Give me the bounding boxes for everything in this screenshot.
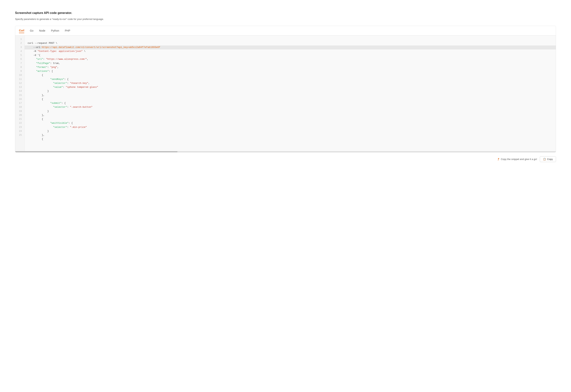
code-line-21: "waitVisible": { [28,121,553,125]
arrow-icon: ↗ [496,157,500,162]
code-line-23: } [28,129,553,133]
code-line-17: "selector": ".search-button" [28,105,553,109]
tab-node[interactable]: Node [39,28,45,33]
code-line-20: { [28,117,553,121]
tab-go[interactable]: Go [30,28,33,33]
code-line-6: "fullPage": true, [28,61,553,65]
tab-php[interactable]: PHP [65,28,70,33]
code-line-9: { [28,73,553,77]
code-line-16: "submit": { [28,101,553,105]
page-subtitle: Specify parameters to generate a "ready-… [15,18,556,20]
code-line-14: }, [28,93,553,98]
code-content: curl --request POST \ --url https://api.… [25,36,556,151]
code-line-12: "value": "iphone tempered glass" [28,85,553,89]
code-line-4: -d '{ [28,53,553,57]
horizontal-scrollbar[interactable] [15,151,556,152]
code-display-area: 1 2 3 4 5 6 7 8 9 10 11 12 13 14 15 16 1… [15,36,556,151]
tab-curl[interactable]: Curl [19,28,24,33]
scrollbar-thumb[interactable] [15,151,177,152]
line-numbers: 1 2 3 4 5 6 7 8 9 10 11 12 13 14 15 16 1… [15,36,25,151]
page-title: Screenshot capture API code generator. [15,11,556,15]
code-line-19: }, [28,113,553,117]
code-line-18: } [28,110,553,113]
code-line-5: "url": "https://www.aliexpress.com/", [28,57,553,61]
copy-button[interactable]: 📋 Copy [540,156,556,162]
language-tabs: Curl Go Node Python PHP [15,26,556,36]
code-line-11: "selector": "#search-key", [28,81,553,85]
clipboard-icon: 📋 [543,158,546,161]
code-line-7: "format": "png", [28,65,553,69]
copy-hint-text: Copy the snippet and give it a go! [501,158,537,161]
code-line-8: "actions": [ [28,69,553,73]
code-line-15: { [28,98,553,101]
code-line-10: "sendKeys": { [28,77,553,81]
bottom-action-bar: ↗ Copy the snippet and give it a go! 📋 C… [15,153,556,164]
code-line-22: "selector": ".min-price" [28,126,553,129]
code-generator-panel: Curl Go Node Python PHP 1 2 3 4 5 6 7 8 … [15,26,556,153]
code-line-13: } [28,89,553,93]
copy-hint: ↗ Copy the snippet and give it a go! [497,157,537,161]
code-line-3: -H "Content-Type: application/json" \ [28,49,553,53]
code-line-25: { [28,137,553,141]
code-line-1: curl --request POST \ [28,41,553,45]
code-line-2: --url https://api.dataflowkit.com/v1/con… [25,45,556,49]
copy-button-label: Copy [547,158,553,161]
tab-python[interactable]: Python [51,28,59,33]
code-line-24: }, [28,133,553,137]
